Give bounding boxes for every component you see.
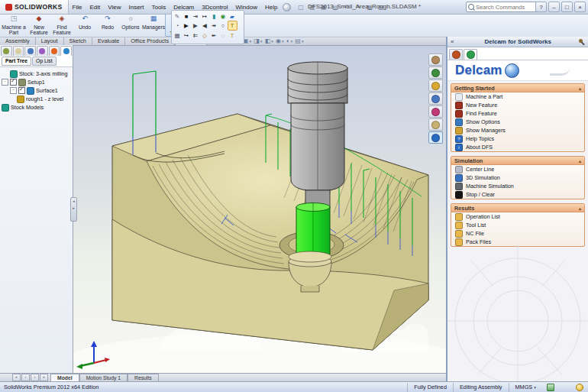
first-op-icon[interactable]: ⇇ [192, 31, 200, 40]
task-pane-command[interactable]: Center Line [451, 165, 584, 173]
redo-button[interactable]: ↷ Redo [96, 14, 119, 37]
rewind-icon[interactable]: ↞ [210, 31, 218, 40]
expander-icon[interactable]: - [2, 79, 8, 86]
view-tool[interactable]: ◨ ▾ [254, 37, 262, 44]
task-pane-command[interactable]: Machine a Part [451, 92, 584, 101]
tree-node[interactable]: Stock: 3-axis milling [2, 70, 73, 78]
next-op-icon[interactable]: ↪ [183, 31, 191, 40]
task-pane-command[interactable]: NC File [451, 229, 584, 238]
task-pane-tab[interactable] [428, 131, 443, 144]
getting-started-header[interactable]: Getting Started ▴ [451, 84, 584, 92]
menu-pin-icon[interactable] [283, 3, 291, 11]
expander-icon[interactable]: - [10, 87, 17, 94]
checkbox[interactable] [18, 87, 25, 94]
view-tool[interactable]: ▤ ▾ [295, 37, 303, 44]
tree-tab[interactable] [49, 46, 60, 56]
last-sheet-icon[interactable]: » [40, 374, 48, 381]
menu-item[interactable]: Insert [124, 1, 147, 14]
search-commands-input[interactable] [474, 3, 539, 11]
tree-tab[interactable] [60, 46, 72, 56]
commandmanager-tab[interactable]: Assembly [0, 37, 36, 45]
tool-shank-icon[interactable]: T [228, 31, 237, 40]
view-tool[interactable]: ◉ ▾ [276, 37, 284, 44]
task-pane-inner-tab[interactable] [449, 49, 463, 60]
tree-tab[interactable] [1, 46, 12, 56]
task-pane-command[interactable]: Show Managers [451, 126, 584, 134]
edit-pencil-icon[interactable]: ✎ [173, 12, 182, 21]
task-pane-tab[interactable] [428, 53, 443, 66]
menu-item[interactable]: Edit [86, 1, 104, 14]
commandmanager-tab[interactable]: Office Products [125, 37, 175, 45]
fast-forward-icon[interactable]: ↠ [210, 21, 218, 30]
task-pane-command[interactable]: 3D Simulation [451, 173, 584, 182]
find-feature-button[interactable]: ◈ Find Feature [50, 14, 73, 37]
task-pane-command[interactable]: Machine Simulation [451, 182, 584, 190]
play-speed-icon[interactable]: ▶ [192, 21, 200, 30]
help-indicator-icon[interactable] [576, 384, 583, 391]
stock-display-icon[interactable]: ▰ [228, 12, 237, 21]
options-button[interactable]: ☼ Options [119, 14, 142, 37]
units-selector[interactable]: MMGS ▾ [509, 383, 542, 392]
tag-indicator-icon[interactable] [547, 384, 554, 391]
task-pane-tab[interactable] [428, 79, 443, 92]
tree-node[interactable]: - Surface1 [2, 86, 73, 95]
stop-icon[interactable]: ■ [183, 12, 191, 21]
tool-holder[interactable] [288, 62, 347, 207]
collapse-section-icon[interactable]: ▴ [579, 206, 581, 211]
task-pane-tab[interactable] [428, 92, 443, 105]
menu-item[interactable]: Tools [147, 1, 170, 14]
next-sheet-icon[interactable]: › [31, 374, 39, 381]
task-pane-tab[interactable] [428, 105, 443, 118]
collapse-panel-icon[interactable]: « [447, 38, 457, 45]
results-header[interactable]: Results ▴ [451, 204, 584, 212]
task-pane-tab[interactable] [428, 118, 443, 131]
task-pane-tab[interactable] [428, 66, 443, 79]
tool-axis-icon[interactable]: ▮ [210, 12, 218, 21]
tree-tab[interactable] [37, 46, 48, 56]
tree-subtab[interactable]: Op List [32, 57, 57, 66]
tree-tab[interactable] [13, 46, 24, 56]
view-circle-icon[interactable]: ◔ [173, 21, 182, 30]
new-document-icon[interactable]: ▢ [296, 2, 305, 12]
globe-icon[interactable]: ◉ [219, 12, 228, 21]
first-sheet-icon[interactable]: « [12, 374, 21, 381]
menu-item[interactable]: Help [261, 1, 281, 14]
task-pane-command[interactable]: i About DFS [451, 143, 584, 151]
view-tool[interactable]: ◧ ▾ [265, 37, 273, 44]
pin-icon[interactable] [579, 39, 585, 45]
task-pane-command[interactable]: Operation List [451, 212, 584, 221]
part-model[interactable] [112, 114, 428, 350]
commandmanager-tab[interactable]: Layout [36, 37, 64, 45]
show-tool-icon[interactable]: T [228, 21, 237, 31]
task-pane-command[interactable]: ? Help Topics [451, 134, 584, 143]
run-to-end-icon[interactable]: ⇥ [192, 12, 200, 21]
task-pane-command[interactable]: Find Feature [451, 109, 584, 118]
task-pane-command[interactable]: Stop / Clear [451, 190, 584, 199]
tree-node[interactable]: Stock Models [2, 103, 73, 112]
new-feature-button[interactable]: ◆ New Feature [27, 14, 50, 37]
tree-tab[interactable] [24, 46, 36, 56]
grid-icon[interactable]: ▦ [173, 31, 182, 40]
commandmanager-tab[interactable]: Sketch [64, 37, 92, 45]
tree-node[interactable]: - Setup1 [2, 78, 73, 86]
graphics-area[interactable] [73, 45, 446, 374]
minimize-button[interactable]: – [548, 2, 560, 12]
ghost-tool-icon[interactable]: ◌ [219, 31, 228, 40]
checkbox[interactable] [10, 79, 17, 86]
commandmanager-tab[interactable]: Evaluate [92, 37, 125, 45]
collapse-section-icon[interactable]: ▴ [579, 158, 581, 164]
help-button[interactable]: ? [535, 2, 547, 12]
machine-a-part-button[interactable]: ◳ Machine a Part [0, 14, 27, 37]
record-icon[interactable]: ○ [219, 21, 228, 30]
panel-splitter[interactable]: ◂▸ [70, 197, 77, 222]
clear-icon[interactable]: ◇ [201, 31, 209, 40]
menu-item[interactable]: View [104, 1, 124, 14]
tree-node[interactable]: rough1 - z level [2, 95, 73, 103]
simulation-header[interactable]: Simulation ▴ [451, 157, 584, 165]
tree-subtab[interactable]: Part Tree [2, 57, 31, 66]
task-pane-inner-tab[interactable] [464, 49, 477, 60]
task-pane-command[interactable]: Tool List [451, 221, 584, 229]
restore-button[interactable]: □ [561, 2, 573, 12]
close-button[interactable]: × [574, 2, 586, 12]
step-back-icon[interactable]: ◀ [201, 21, 209, 30]
